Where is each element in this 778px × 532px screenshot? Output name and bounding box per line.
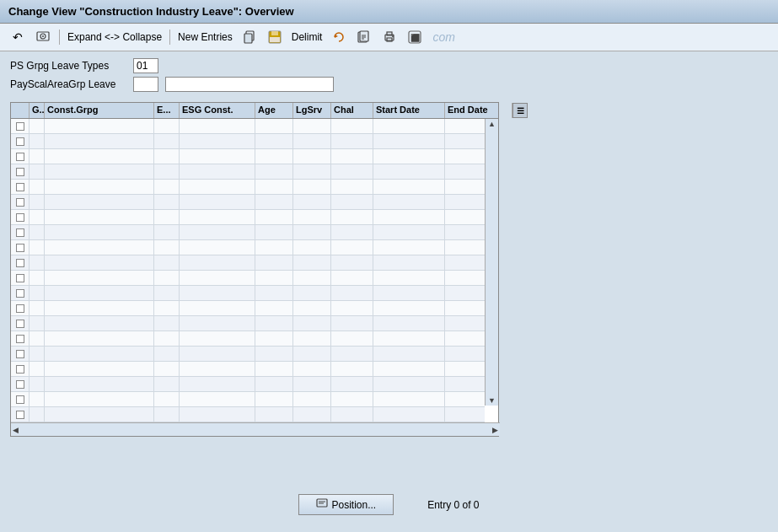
grid-row-10[interactable]	[11, 255, 485, 271]
refresh-btn[interactable]	[328, 27, 350, 47]
toolbar: ↶ Expand <-> Collapse New Entries	[0, 24, 778, 51]
toolbar-separator-1	[59, 30, 60, 45]
grid-row-17[interactable]	[11, 362, 485, 377]
scroll-up-arrow[interactable]: ▲	[487, 119, 496, 129]
svg-rect-6	[271, 31, 278, 35]
back-icon: ⬛	[406, 29, 423, 46]
display-icon	[35, 29, 51, 46]
grid-row-13[interactable]	[11, 301, 485, 316]
grid-row-7[interactable]	[11, 210, 485, 225]
grid-header-select	[11, 103, 30, 118]
customize-icon[interactable]: ☰	[512, 103, 528, 118]
grid-row-9[interactable]	[11, 240, 485, 255]
title-bar: Change View "Construction Industry Leave…	[0, 0, 778, 24]
svg-rect-10	[360, 31, 368, 41]
grid-wrapper: G... Const.Grpg E... ESG Const. Age LgSr…	[10, 102, 499, 437]
pay-scal-label: PayScalAreaGrp Leave	[10, 78, 128, 90]
new-entries-btn[interactable]: New Entries	[175, 30, 235, 44]
export-btn[interactable]	[353, 27, 375, 47]
position-label: Position...	[331, 499, 376, 511]
vertical-scrollbar[interactable]: ▲ ▼	[485, 119, 498, 406]
position-button[interactable]: Position...	[298, 494, 394, 515]
grid-header-start-date: Start Date	[373, 103, 445, 118]
delimit-btn[interactable]: Delimit	[289, 30, 325, 44]
save-btn[interactable]	[264, 27, 286, 47]
grid-header-customize[interactable]: ☰	[512, 103, 531, 118]
grid-header-lgsrv: LgSrv	[293, 103, 331, 118]
grid-row-14[interactable]	[11, 316, 485, 331]
grid-header: G... Const.Grpg E... ESG Const. Age LgSr…	[11, 103, 498, 119]
export-icon	[356, 29, 373, 46]
undo-btn[interactable]: ↶	[7, 27, 29, 47]
expand-collapse-btn[interactable]: Expand <-> Collapse	[65, 30, 164, 44]
print-btn[interactable]	[378, 27, 400, 47]
svg-marker-8	[335, 35, 338, 38]
pay-scal-small-input[interactable]	[133, 77, 158, 92]
svg-rect-15	[387, 32, 392, 35]
svg-point-17	[392, 35, 394, 37]
print-icon	[381, 29, 398, 46]
grid-row-16[interactable]	[11, 347, 485, 362]
horizontal-scrollbar[interactable]: ◀ ▶	[11, 422, 500, 436]
scroll-down-arrow[interactable]: ▼	[487, 395, 496, 406]
grid-header-g: G...	[30, 103, 45, 118]
grid-row-5[interactable]	[11, 180, 485, 195]
grid-row-2[interactable]	[11, 134, 485, 149]
grid-row-3[interactable]	[11, 149, 485, 164]
back-btn[interactable]: ⬛	[404, 27, 426, 47]
undo-icon: ↶	[9, 29, 26, 46]
entry-count: Entry 0 of 0	[427, 499, 479, 511]
svg-rect-16	[387, 38, 392, 41]
svg-rect-4	[244, 34, 252, 43]
grid-header-e: E...	[154, 103, 180, 118]
copy-icon	[241, 29, 258, 46]
grid-row-15[interactable]	[11, 331, 485, 347]
grid-body	[11, 119, 485, 422]
grid-row-11[interactable]	[11, 271, 485, 286]
grid-row-4[interactable]	[11, 164, 485, 180]
toolbar-separator-2	[169, 30, 170, 45]
save-icon	[266, 29, 283, 46]
grid-header-const-grpg: Const.Grpg	[45, 103, 154, 118]
grid-row-8[interactable]	[11, 225, 485, 240]
display-btn[interactable]	[32, 27, 54, 47]
grid-header-esg-const: ESG Const.	[180, 103, 255, 118]
ps-grpg-input[interactable]	[133, 58, 158, 73]
grid-header-age: Age	[255, 103, 293, 118]
copy-btn[interactable]	[239, 27, 260, 47]
scroll-left-arrow[interactable]: ◀	[11, 426, 20, 434]
main-content: PS Grpg Leave Types PayScalAreaGrp Leave…	[0, 51, 778, 443]
pay-scal-row: PayScalAreaGrp Leave	[10, 77, 768, 92]
watermark: com	[432, 30, 454, 44]
grid-row-12[interactable]	[11, 286, 485, 301]
grid-header-end-date: End Date	[445, 103, 512, 118]
position-icon	[316, 497, 328, 512]
grid-row-1[interactable]	[11, 119, 485, 134]
ps-grpg-row: PS Grpg Leave Types	[10, 58, 768, 73]
grid-row-20[interactable]	[11, 407, 485, 422]
grid-row-18[interactable]	[11, 377, 485, 392]
grid-header-chal: Chal	[331, 103, 373, 118]
grid-row-6[interactable]	[11, 195, 485, 210]
svg-text:⬛: ⬛	[410, 33, 421, 43]
grid-row-19[interactable]	[11, 392, 485, 407]
svg-point-2	[42, 35, 44, 37]
ps-grpg-label: PS Grpg Leave Types	[10, 60, 128, 72]
scroll-right-arrow[interactable]: ▶	[491, 426, 500, 434]
footer: Position... Entry 0 of 0	[0, 494, 778, 515]
page-title: Change View "Construction Industry Leave…	[8, 5, 294, 18]
pay-scal-large-input[interactable]	[165, 77, 334, 92]
refresh-icon	[330, 29, 347, 46]
svg-rect-7	[270, 37, 280, 42]
